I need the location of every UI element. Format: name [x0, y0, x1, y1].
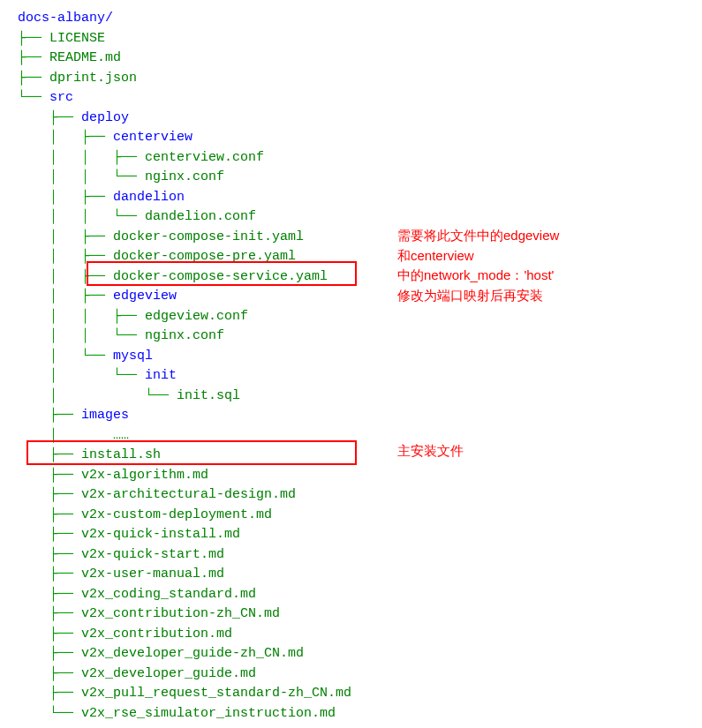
folder-centerview: │ ├── centerview [18, 128, 684, 148]
file-edgeview-nginx: │ │ └── nginx.conf [18, 326, 684, 347]
file-centerview-conf: │ │ ├── centerview.conf [18, 148, 684, 169]
folder-mysql-init: │ └── init [18, 366, 684, 387]
file-v2x-dev: ├── v2x_developer_guide.md [18, 664, 684, 685]
file-v2x-custom: ├── v2x-custom-deployment.md [18, 506, 684, 526]
file-init-sql: │ └── init.sql [18, 387, 684, 407]
folder-edgeview: │ ├── edgeview [18, 287, 684, 307]
folder-deploy: ├── deploy [18, 109, 684, 129]
folder-dandelion: │ ├── dandelion [18, 188, 684, 208]
file-dprint: ├── dprint.json [18, 69, 684, 89]
ellipsis: │ …… [18, 426, 684, 447]
folder-mysql: │ └── mysql [18, 347, 684, 367]
file-v2x-contrib-cn: ├── v2x_contribution-zh_CN.md [18, 604, 684, 625]
file-v2x-dev-cn: ├── v2x_developer_guide-zh_CN.md [18, 644, 684, 664]
file-v2x-quick-install: ├── v2x-quick-install.md [18, 525, 684, 545]
file-dc-pre: │ ├── docker-compose-pre.yaml [18, 247, 684, 267]
file-dandelion-conf: │ │ └── dandelion.conf [18, 207, 684, 228]
file-v2x-rse: └── v2x_rse_simulator_instruction.md [18, 704, 684, 724]
file-install: ├── install.sh [18, 446, 684, 466]
annotation-install-note: 主安装文件 [397, 441, 464, 462]
file-dc-service: │ ├── docker-compose-service.yaml [18, 267, 684, 288]
file-centerview-nginx: │ │ └── nginx.conf [18, 168, 684, 188]
file-edgeview-conf: │ │ ├── edgeview.conf [18, 307, 684, 327]
file-v2x-contrib: ├── v2x_contribution.md [18, 625, 684, 645]
annotation-service-note: 需要将此文件中的edgeview 和centerview 中的network_m… [397, 226, 559, 305]
folder-src: └── src [18, 88, 684, 109]
file-readme: ├── README.md [18, 49, 684, 69]
file-v2x-arch: ├── v2x-architectural-design.md [18, 485, 684, 506]
file-v2x-pr: ├── v2x_pull_request_standard-zh_CN.md [18, 684, 684, 704]
file-dc-init: │ ├── docker-compose-init.yaml [18, 228, 684, 248]
folder-images: ├── images [18, 406, 684, 426]
file-v2x-quick-start: ├── v2x-quick-start.md [18, 545, 684, 566]
file-tree: docs-albany/ ├── LICENSE ├── README.md ├… [18, 9, 684, 724]
file-v2x-coding: ├── v2x_coding_standard.md [18, 585, 684, 605]
root-folder: docs-albany/ [18, 9, 684, 29]
file-license: ├── LICENSE [18, 29, 684, 49]
file-v2x-user-manual: ├── v2x-user-manual.md [18, 565, 684, 585]
file-v2x-algorithm: ├── v2x-algorithm.md [18, 466, 684, 486]
